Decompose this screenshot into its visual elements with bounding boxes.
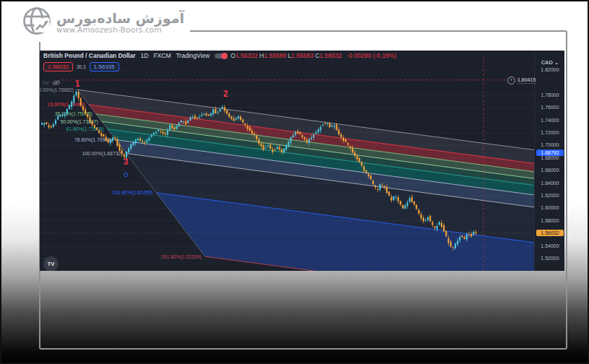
svg-text:23.60%(1.76487): 23.60%(1.76487) [48, 102, 85, 108]
axis-tick: 1.60000 [535, 205, 564, 210]
axis-tick: 1.70000 [535, 142, 564, 147]
brand-title: آموزش ساده‌بورس [56, 11, 184, 26]
trade-panel: 1.56032 30.3 1.56335 [43, 62, 119, 72]
eye-off-icon[interactable] [52, 76, 61, 89]
tradingview-watermark[interactable]: TV [43, 256, 59, 271]
svg-text:161.80%(1.62459): 161.80%(1.62459) [112, 190, 152, 196]
volume-indicator-row: Vol [42, 76, 61, 89]
tradingview-chart[interactable]: 0.00%(1.78882)23.60%(1.76487)38.20%(1.75… [40, 51, 564, 271]
axis-tick: 1.52000 [535, 256, 564, 261]
axis-tick: 1.64000 [535, 181, 564, 186]
chevron-down-icon: ⌄ [553, 59, 559, 66]
price-axis[interactable]: CAD ⌄ 1.820001.780001.760001.740001.7200… [534, 51, 564, 271]
svg-text:3: 3 [124, 157, 129, 167]
volume-label: Vol [42, 80, 49, 85]
axis-tick: 1.54000 [535, 243, 564, 248]
spread-value: 30.3 [77, 64, 86, 69]
alert-price-label[interactable]: 1.80415 [517, 77, 536, 84]
axis-tick: 1.58000 [535, 218, 564, 223]
axis-tick: 1.62000 [535, 193, 564, 198]
last-price-badge[interactable]: 1.56032 [536, 230, 564, 236]
globe-chart-icon [22, 6, 52, 39]
svg-text:261.80%(1.52309): 261.80%(1.52309) [161, 254, 202, 260]
svg-text:61.80%(1.72609): 61.80%(1.72609) [66, 126, 104, 132]
svg-text:1: 1 [75, 79, 80, 89]
legend-toggle[interactable] [215, 53, 225, 58]
svg-text:2: 2 [223, 89, 228, 99]
axis-tick: 1.78000 [535, 92, 564, 98]
toggle-dot [221, 53, 228, 59]
ohlc-values: O1.56322 H1.56589 L1.55683 C1.56032 [231, 52, 342, 59]
ask-price-badge[interactable]: 1.68792 [536, 150, 564, 156]
axis-currency[interactable]: CAD ⌄ [535, 59, 564, 66]
axis-tick: 1.82000 [535, 67, 564, 72]
buy-button[interactable]: 1.56335 [90, 62, 119, 72]
interval-label[interactable]: 1D [141, 52, 149, 59]
alert-row[interactable]: +1.80415 [507, 77, 564, 84]
brand-logo: آموزش ساده‌بورس www.Amoozesh-Boors.com [19, 3, 190, 42]
plot-area[interactable]: 0.00%(1.78882)23.60%(1.76487)38.20%(1.75… [40, 51, 564, 271]
axis-tick: 1.74000 [535, 118, 564, 123]
add-alert-icon[interactable]: + [507, 77, 515, 84]
sell-button[interactable]: 1.56032 [43, 62, 73, 72]
change-label: -0.00290 (-0.19%) [347, 52, 397, 59]
exchange-label: FXCM [153, 52, 171, 59]
axis-tick: 1.66000 [535, 168, 564, 173]
symbol-name[interactable]: British Pound / Canadian Dollar [43, 52, 136, 59]
svg-text:100.00%(1.68732): 100.00%(1.68732) [82, 151, 123, 157]
video-slide: آموزش ساده‌بورس www.Amoozesh-Boors.com 0… [0, 0, 589, 364]
axis-tick: 1.72000 [535, 130, 564, 135]
axis-tick: 1.76000 [535, 105, 564, 110]
chart-legend[interactable]: British Pound / Canadian Dollar 1D FXCM … [43, 52, 396, 59]
brand-url: www.Amoozesh-Boors.com [56, 25, 162, 34]
platform-label: TradingView [176, 52, 210, 59]
